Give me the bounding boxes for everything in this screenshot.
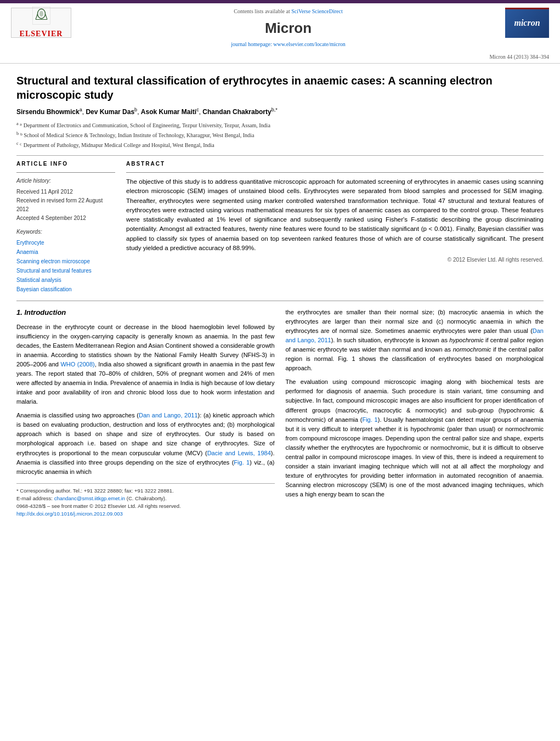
email-link[interactable]: chandanc@smst.iitkgp.emet.in (54, 495, 126, 501)
journal-header: ELSEVIER Contents lists available at Sci… (0, 3, 560, 64)
elsevier-text: ELSEVIER (20, 29, 63, 39)
affil-b: b ᵇ School of Medical Science & Technolo… (16, 131, 544, 139)
article-dates: Received 11 April 2012 Received in revis… (16, 188, 115, 223)
authors-line: Sirsendu Bhowmicka, Dev Kumar Dasb, Asok… (16, 106, 544, 117)
affiliations: a ᵃ Department of Electronics and Commun… (16, 121, 544, 150)
footnote-doi: http://dx.doi.org/10.1016/j.micron.2012.… (16, 510, 275, 518)
journal-center: Contents lists available at SciVerse Sci… (71, 8, 505, 49)
keyword-3: Structural and textural features (16, 266, 115, 275)
header-top-row: ELSEVIER Contents lists available at Sci… (11, 8, 549, 53)
paper-title: Structural and textural classification o… (16, 73, 544, 102)
keyword-0: Erythrocyte (16, 238, 115, 247)
right-para-2: The evaluation using compound microscopi… (286, 377, 544, 499)
sciverse-line: Contents lists available at SciVerse Sci… (82, 8, 494, 16)
doi-header: Micron 44 (2013) 384–394 (11, 53, 549, 64)
footnote-corresponding: * Corresponding author. Tel.: +91 3222 2… (16, 487, 275, 495)
footnote-copyright: 0968-4328/$ – see front matter © 2012 El… (16, 502, 275, 510)
svg-point-2 (39, 10, 43, 16)
introduction-title: 1. Introduction (16, 308, 275, 318)
elsevier-logo: ELSEVIER (11, 8, 71, 38)
paper-body: Structural and textural classification o… (0, 64, 560, 523)
revised-date: Received in revised form 22 August 2012 (16, 196, 115, 214)
keyword-1: Anaemia (16, 247, 115, 257)
doi-link[interactable]: http://dx.doi.org/10.1016/j.micron.2012.… (16, 511, 123, 517)
right-para-1: the erythrocytes are smaller than their … (286, 308, 544, 373)
article-info-column: ARTICLE INFO Article history: Received 1… (16, 160, 115, 295)
affil-a: a ᵃ Department of Electronics and Commun… (16, 121, 544, 129)
svg-line-4 (45, 14, 47, 20)
ref-fig1-2[interactable]: Fig. 1 (362, 416, 377, 423)
abstract-section: ABSTRACT The objective of this study is … (126, 160, 544, 295)
ref-dan-lango-1[interactable]: Dan and Lango, 2011 (139, 412, 198, 418)
ref-who[interactable]: WHO (2008) (60, 361, 94, 367)
left-column: 1. Introduction Decrease in the erythroc… (16, 308, 275, 518)
footnote-section: * Corresponding author. Tel.: +91 3222 2… (16, 483, 275, 518)
sciverse-link[interactable]: SciVerse ScienceDirect (291, 8, 343, 14)
keyword-2: Scanning electron microscope (16, 257, 115, 266)
main-content: 1. Introduction Decrease in the erythroc… (16, 301, 544, 518)
copyright-line: © 2012 Elsevier Ltd. All rights reserved… (126, 256, 544, 264)
svg-line-3 (36, 14, 38, 20)
elsevier-emblem-svg (32, 6, 51, 25)
footnote-email: E-mail address: chandanc@smst.iitkgp.eme… (16, 495, 275, 502)
history-label: Article history: (16, 177, 115, 185)
accepted-date: Accepted 4 September 2012 (16, 214, 115, 223)
divider-1 (16, 155, 544, 156)
right-column: the erythrocytes are smaller than their … (286, 308, 544, 518)
intro-para-1: Decrease in the erythrocyte count or dec… (16, 323, 275, 406)
journal-title: Micron (82, 18, 494, 39)
keyword-4: Statistical analysis (16, 275, 115, 285)
ref-dacie[interactable]: Dacie and Lewis, 1984 (207, 450, 271, 456)
abstract-text: The objective of this study is to addres… (126, 177, 544, 253)
abstract-header: ABSTRACT (126, 160, 544, 168)
micron-logo: micron (505, 8, 549, 38)
journal-homepage: journal homepage: www.elsevier.com/locat… (82, 41, 494, 49)
info-divider (16, 172, 115, 173)
homepage-link[interactable]: www.elsevier.com/locate/micron (273, 41, 346, 47)
keywords-section: Keywords: Erythrocyte Anaemia Scanning e… (16, 228, 115, 295)
received-date: Received 11 April 2012 (16, 188, 115, 196)
article-info-header: ARTICLE INFO (16, 160, 115, 168)
keywords-label: Keywords: (16, 228, 115, 236)
keyword-5: Bayesian classification (16, 285, 115, 294)
ref-dan-lango-2[interactable]: Dan and Lango, 2011 (286, 327, 544, 343)
intro-para-2: Anaemia is classified using two approach… (16, 411, 275, 476)
ref-fig1-1[interactable]: Fig. 1 (234, 459, 250, 466)
abstract-divider (126, 172, 544, 173)
affil-c: c ᶜ Department of Pathology, Midnapur Me… (16, 140, 544, 149)
article-info-abstract: ARTICLE INFO Article history: Received 1… (16, 160, 544, 295)
